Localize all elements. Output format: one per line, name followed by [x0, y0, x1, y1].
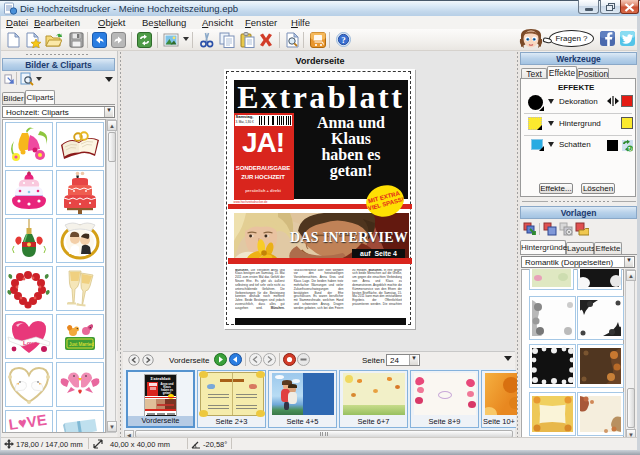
- svg-text:Love: Love: [23, 340, 38, 346]
- svg-text:Just Married: Just Married: [69, 342, 94, 347]
- svg-text:↻: ↻: [627, 146, 632, 152]
- svg-text:L♥VE: L♥VE: [7, 411, 47, 433]
- svg-text:?: ?: [341, 35, 346, 45]
